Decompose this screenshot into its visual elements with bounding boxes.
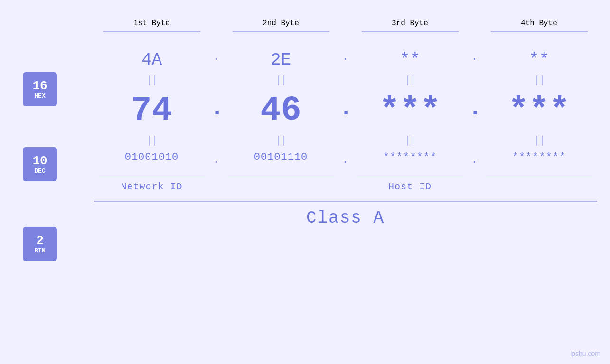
badge-dec: 10 DEC xyxy=(23,147,57,181)
eq2-col-3: || xyxy=(352,135,468,147)
dec-value-2: 46 xyxy=(260,86,301,135)
hex-cell-3: ** xyxy=(352,40,468,75)
dot-dec-3: . xyxy=(468,96,481,125)
badge-dec-sub: DEC xyxy=(34,168,45,174)
eq-col-2: || xyxy=(223,75,339,86)
bracket-col-2 xyxy=(223,28,339,32)
sep-hex-3: . xyxy=(468,51,481,63)
label-sep-3 xyxy=(468,181,481,192)
bracket-col-4 xyxy=(481,28,597,32)
badge-hex-num: 16 xyxy=(32,80,47,92)
bracket-bottom-1 xyxy=(99,177,205,177)
bottom-bracket-host-end xyxy=(481,177,597,177)
bracket-line-3 xyxy=(362,31,459,32)
eq-col-3: || xyxy=(352,75,468,86)
hex-value-4: ** xyxy=(529,40,549,75)
eq2-sign-3: || xyxy=(404,135,415,147)
bin-value-3: ******** xyxy=(383,147,437,174)
badge-bin-sub: BIN xyxy=(34,248,45,254)
eq-sign-3: || xyxy=(404,75,415,86)
badge-hex: 16 HEX xyxy=(23,72,57,106)
col-header-label-3: 3rd Byte xyxy=(392,19,428,28)
host-id-label-end xyxy=(481,181,597,192)
col-header-4: 4th Byte xyxy=(481,19,597,28)
badge-hex-sub: HEX xyxy=(34,93,45,99)
eq2-sign-4: || xyxy=(534,135,544,147)
bin-cell-2: 00101110 xyxy=(223,147,339,174)
hex-cell-2: 2E xyxy=(223,40,339,75)
dot-hex-2: . xyxy=(339,51,352,63)
bin-cell-1: 01001010 xyxy=(94,147,210,174)
bottom-sep-3 xyxy=(468,177,481,177)
eq-sign-2: || xyxy=(275,75,286,86)
col-header-label-1: 1st Byte xyxy=(133,19,170,28)
eq-sign-1: || xyxy=(146,75,157,86)
dec-value-4: *** xyxy=(508,86,570,135)
host-id-label: Host ID xyxy=(352,181,468,192)
main-container: 1st Byte 2nd Byte 3rd Byte 4th Byte xyxy=(0,0,610,364)
bracket-col-3 xyxy=(352,28,468,32)
hex-cell-1: 4A xyxy=(94,40,210,75)
sep-bin-3: . xyxy=(468,154,481,166)
hex-cell-4: ** xyxy=(481,40,597,75)
eq-row-2: || || || || xyxy=(94,135,597,147)
dec-row: 74 . 46 . *** . *** xyxy=(94,86,597,135)
eq2-col-1: || xyxy=(94,135,210,147)
dot-hex-1: . xyxy=(210,51,223,63)
hex-value-3: ** xyxy=(400,40,420,75)
bottom-bracket-network xyxy=(94,177,210,177)
watermark: ipshu.com xyxy=(570,350,601,357)
hex-row: 4A . 2E . ** . ** xyxy=(94,40,597,75)
hex-value-1: 4A xyxy=(141,40,162,75)
col-header-3: 3rd Byte xyxy=(352,19,468,28)
dec-cell-4: *** xyxy=(481,86,597,135)
sep-hex-1: . xyxy=(210,51,223,63)
bottom-sep-1 xyxy=(210,177,223,177)
sep-dec-1: . xyxy=(210,96,223,125)
bracket-bottom-2 xyxy=(228,177,334,177)
dec-cell-2: 46 xyxy=(223,86,339,135)
bracket-line-2 xyxy=(233,31,329,32)
bracket-bottom-4 xyxy=(486,177,592,177)
eq-col-1: || xyxy=(94,75,210,86)
network-id-label: Network ID xyxy=(94,181,210,192)
col-header-label-2: 2nd Byte xyxy=(263,19,299,28)
eq2-col-2: || xyxy=(223,135,339,147)
sep-dec-2: . xyxy=(339,96,352,125)
dot-dec-1: . xyxy=(210,96,223,125)
id-labels-row: Network ID Host ID xyxy=(94,181,597,192)
eq-col-4: || xyxy=(481,75,597,86)
bottom-brackets xyxy=(94,177,597,177)
bracket-col-1 xyxy=(94,28,210,32)
dot-bin-1: . xyxy=(210,154,223,166)
sep-spacer-2 xyxy=(339,19,352,28)
class-row: Class A xyxy=(94,201,597,228)
bin-value-2: 00101110 xyxy=(254,147,308,174)
bracket-line-1 xyxy=(103,31,200,32)
dot-bin-3: . xyxy=(468,154,481,166)
sep-bin-2: . xyxy=(339,154,352,166)
bracket-line-4 xyxy=(491,31,588,32)
label-sep xyxy=(210,181,223,192)
dec-value-1: 74 xyxy=(131,86,172,135)
bin-cell-4: ******** xyxy=(481,147,597,174)
bottom-bracket-host-mid xyxy=(352,177,468,177)
col-header-label-4: 4th Byte xyxy=(521,19,557,28)
sep-spacer-3 xyxy=(468,19,481,28)
label-sep-2 xyxy=(339,181,352,192)
class-label: Class A xyxy=(306,208,385,228)
bracket-bottom-3 xyxy=(357,177,463,177)
sep-bin-1: . xyxy=(210,154,223,166)
bottom-bracket-host-start xyxy=(223,177,339,177)
sep-dec-3: . xyxy=(468,96,481,125)
bin-row: 01001010 . 00101110 . ******** . *******… xyxy=(94,147,597,174)
dec-cell-3: *** xyxy=(352,86,468,135)
bin-cell-3: ******** xyxy=(352,147,468,174)
badge-dec-num: 10 xyxy=(32,155,47,167)
bottom-sep-2 xyxy=(339,177,352,177)
badge-bin: 2 BIN xyxy=(23,227,57,261)
eq-row-1: || || || || xyxy=(94,75,597,86)
dec-cell-1: 74 xyxy=(94,86,210,135)
eq2-sign-1: || xyxy=(146,135,157,147)
eq2-sign-2: || xyxy=(275,135,286,147)
